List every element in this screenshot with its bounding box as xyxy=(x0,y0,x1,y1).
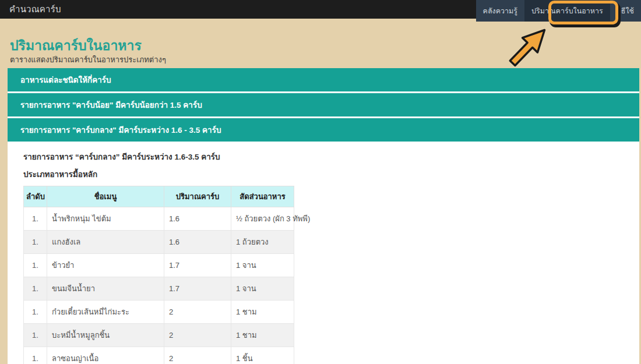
menu-cell: แกงฮังเล xyxy=(47,231,164,254)
nav-item-how-to-use[interactable]: วิธีใช้ xyxy=(610,0,641,22)
accordion-medium-carb-list[interactable]: รายการอาหาร "คาร์บกลาง" มีคาร์บระหว่าง 1… xyxy=(8,118,639,142)
page-title: ปริมาณคาร์บในอาหาร xyxy=(10,35,142,56)
menu-cell: ลาซอนญ่าเนื้อ xyxy=(47,347,164,364)
table-row: 1.ขนมจีนน้ำยา1.71 จาน xyxy=(24,277,294,301)
order-cell: 1. xyxy=(24,324,47,347)
header-carb-amount: ปริมาณคาร์บ xyxy=(164,186,231,207)
portion-cell: ½ ถ้วยตวง (ผัก 3 ทัพพี) xyxy=(231,207,294,231)
annotation-arrow-icon xyxy=(499,21,557,73)
header-menu-name: ชื่อเมนู xyxy=(47,186,164,207)
order-cell: 1. xyxy=(24,347,47,364)
table-row: 1.ข้าวยำ1.71 จาน xyxy=(24,254,294,277)
carb-table: ลำดับ ชื่อเมนู ปริมาณคาร์บ สัดส่วนอาหาร … xyxy=(23,186,294,364)
carb-cell: 1.7 xyxy=(164,277,231,301)
accordion-low-carb-list[interactable]: รายการอาหาร "คาร์บน้อย" มีคาร์บน้อยกว่า … xyxy=(8,93,639,116)
order-cell: 1. xyxy=(24,277,47,301)
portion-cell: 1 ชาม xyxy=(231,301,294,324)
table-header-row: ลำดับ ชื่อเมนู ปริมาณคาร์บ สัดส่วนอาหาร xyxy=(24,186,294,207)
content-container: อาหารแต่ละชนิดให้กี่คาร์บ รายการอาหาร "ค… xyxy=(8,68,639,364)
carb-cell: 2 xyxy=(164,301,231,324)
panel-heading: รายการอาหาร “คาร์บกลาง” มีคาร์บระหว่าง 1… xyxy=(23,150,631,163)
portion-cell: 1 จาน xyxy=(231,254,294,277)
carb-table-body: 1.น้ำพริกหนุ่ม ไข่ต้ม1.6½ ถ้วยตวง (ผัก 3… xyxy=(24,207,294,364)
order-cell: 1. xyxy=(24,254,47,277)
panel-subheading: ประเภทอาหารมื้อหลัก xyxy=(23,168,631,181)
nav-menu: คลังความรู้ ปริมาณคาร์บในอาหาร วิธีใช้ xyxy=(476,0,641,22)
header-order: ลำดับ xyxy=(24,186,47,207)
order-cell: 1. xyxy=(24,231,47,254)
carb-cell: 2 xyxy=(164,324,231,347)
table-row: 1.บะหมี่น้ำหมูลูกชิ้น21 ชาม xyxy=(24,324,294,347)
portion-cell: 1 ชาม xyxy=(231,324,294,347)
menu-cell: ข้าวยำ xyxy=(47,254,164,277)
medium-carb-panel: รายการอาหาร “คาร์บกลาง” มีคาร์บระหว่าง 1… xyxy=(8,143,639,364)
carb-cell: 1.6 xyxy=(164,207,231,231)
brand-title[interactable]: คำนวณคาร์บ xyxy=(9,0,61,19)
order-cell: 1. xyxy=(24,301,47,324)
table-row: 1.แกงฮังเล1.61 ถ้วยตวง xyxy=(24,231,294,254)
menu-cell: น้ำพริกหนุ่ม ไข่ต้ม xyxy=(47,207,164,231)
carb-cell: 1.7 xyxy=(164,254,231,277)
portion-cell: 1 จาน xyxy=(231,277,294,301)
accordion-each-food-carbs[interactable]: อาหารแต่ละชนิดให้กี่คาร์บ xyxy=(8,68,639,91)
menu-cell: ก๋วยเตี๋ยวเส้นหมี่ไก่มะระ xyxy=(47,301,164,324)
menu-cell: ขนมจีนน้ำยา xyxy=(47,277,164,301)
table-row: 1.ลาซอนญ่าเนื้อ21 ชิ้น xyxy=(24,347,294,364)
nav-item-knowledge-base[interactable]: คลังความรู้ xyxy=(476,0,524,22)
nav-item-carb-in-food[interactable]: ปริมาณคาร์บในอาหาร xyxy=(524,0,610,22)
header-portion: สัดส่วนอาหาร xyxy=(231,186,294,207)
table-row: 1.น้ำพริกหนุ่ม ไข่ต้ม1.6½ ถ้วยตวง (ผัก 3… xyxy=(24,207,294,231)
portion-cell: 1 ถ้วยตวง xyxy=(231,231,294,254)
table-row: 1.ก๋วยเตี๋ยวเส้นหมี่ไก่มะระ21 ชาม xyxy=(24,301,294,324)
order-cell: 1. xyxy=(24,207,47,231)
portion-cell: 1 ชิ้น xyxy=(231,347,294,364)
page-subtitle: ตารางแสดงปริมาณคาร์บในอาหารประเภทต่างๆ xyxy=(10,54,166,66)
carb-cell: 1.6 xyxy=(164,231,231,254)
menu-cell: บะหมี่น้ำหมูลูกชิ้น xyxy=(47,324,164,347)
carb-cell: 2 xyxy=(164,347,231,364)
